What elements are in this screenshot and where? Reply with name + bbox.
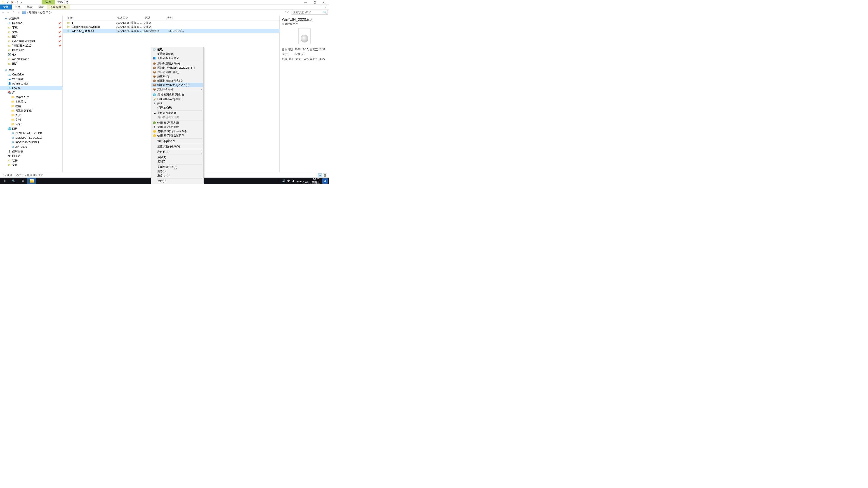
tree-item[interactable]: 🗀图片📌 (0, 34, 62, 39)
tree-item[interactable]: ★快速访问 (0, 16, 62, 21)
context-menu-item[interactable]: 删除(D) (151, 169, 203, 173)
tree-item[interactable]: 📁视频 (0, 104, 62, 108)
file-explorer-button[interactable] (27, 177, 36, 184)
file-list[interactable]: 名称 修改日期 类型 大小 🗀12020/12/15, 星期二 1...文件夹🗀… (63, 15, 279, 173)
breadcrumb-part[interactable]: 文档 (E:) (39, 11, 50, 14)
ribbon-expand-icon[interactable]: ˅ (319, 5, 323, 8)
tree-item[interactable]: 📁本机照片 (0, 99, 62, 104)
tree-item[interactable]: 📁天翼云盘下载 (0, 108, 62, 113)
context-menu-item[interactable]: 📦用360压缩打开(Q) (151, 70, 203, 74)
qat-folder-icon[interactable]: 🗀 (1, 0, 5, 4)
close-button[interactable]: ✕ (319, 0, 328, 4)
breadcrumb[interactable]: › 此电脑 › 文档 (E:) › ˅ ⟳ (21, 10, 291, 15)
tree-item[interactable]: ☁OneDrive (0, 72, 62, 77)
help-icon[interactable]: ? (323, 5, 328, 8)
minimize-button[interactable]: — (301, 0, 310, 4)
task-view-button[interactable]: ⧉ (18, 177, 27, 184)
column-name[interactable]: 名称 (66, 16, 116, 20)
qat-close-icon[interactable]: ✕ (10, 0, 14, 4)
context-menu-item[interactable]: 重命名(M) (151, 173, 203, 178)
tree-item[interactable]: 🗀文件 (0, 163, 62, 167)
context-menu-item[interactable]: ☁上传到百度网盘 (151, 111, 203, 115)
tree-item[interactable]: 📁文档 (0, 118, 62, 122)
tree-item[interactable]: 🗀文档📌 (0, 30, 62, 34)
tree-item[interactable]: 🗀软件 (0, 158, 62, 163)
context-menu-item[interactable]: 创建快捷方式(S) (151, 165, 203, 169)
ime-indicator[interactable]: 中 (287, 179, 290, 183)
volume-icon[interactable]: 🔊 (282, 180, 285, 183)
network-icon[interactable]: 🖧 (292, 180, 294, 183)
context-menu-item[interactable]: 发送到(N)› (151, 150, 203, 154)
tree-item[interactable]: 🖥DESKTOP-LSSOEDP (0, 131, 62, 135)
tree-item[interactable]: 🗀excel表格制作求和📌 (0, 39, 62, 43)
context-menu-item[interactable]: 📦解压到当前文件夹(X) (151, 78, 203, 83)
context-menu-item[interactable]: 💿装载 (151, 47, 203, 52)
file-row[interactable]: 💿Win7x64_2020.iso2020/12/25, 星期五 1...光盘映… (63, 29, 279, 33)
context-menu-item[interactable]: 📝Edit with Notepad++ (151, 97, 203, 101)
tab-view[interactable]: 查看 (35, 4, 47, 9)
start-button[interactable]: ⊞ (0, 177, 9, 184)
tree-item[interactable]: 🖥Desktop📌 (0, 21, 62, 25)
up-button[interactable]: ↑ (16, 10, 20, 14)
tree-item[interactable]: 🖥此电脑 (0, 86, 62, 90)
tree-item[interactable]: 🎛控制面板 (0, 149, 62, 154)
context-menu-item[interactable]: 🟡使用 360进行木马云查杀 (151, 129, 203, 133)
context-menu-item[interactable]: 还原以前的版本(V) (151, 144, 203, 149)
action-center-button[interactable]: 3 (322, 178, 328, 184)
tree-item[interactable]: 🖥ZMT2019 (0, 144, 62, 149)
column-type[interactable]: 类型 (143, 16, 165, 20)
view-icons-button[interactable]: ▦ (323, 173, 327, 177)
tree-item[interactable]: 🗀win7重装win7 (0, 57, 62, 61)
context-menu-item[interactable]: 📦解压到 Win7x64_2020\ (E) (151, 83, 203, 87)
qat-check-icon[interactable]: ✔ (5, 0, 10, 4)
context-menu-item[interactable]: 📦添加到压缩文件(A)... (151, 61, 203, 66)
tree-item[interactable]: 🌐网络 (0, 127, 62, 131)
chevron-down-icon[interactable]: ▾ (19, 0, 24, 4)
tree-item[interactable]: 👤Administrator (0, 81, 62, 86)
maximize-button[interactable]: ▢ (310, 0, 319, 4)
qat-undo-icon[interactable]: ↺ (14, 0, 19, 4)
contextual-tab[interactable]: 管理 (41, 0, 55, 4)
tab-disc-tool[interactable]: 光盘映像工具 (47, 4, 70, 9)
navigation-tree[interactable]: ★快速访问🖥Desktop📌🗀下载📌🗀文档📌🗀图片📌🗀excel表格制作求和📌🗀… (0, 15, 63, 173)
context-menu-item[interactable]: 🟢使用 360解除占用 (151, 121, 203, 125)
history-dropdown-icon[interactable]: ˅ (285, 11, 286, 14)
tree-item[interactable]: 📁图片 (0, 113, 62, 118)
context-menu-item[interactable]: 🗑使用 360强力删除 (151, 125, 203, 129)
refresh-icon[interactable]: ⟳ (287, 11, 289, 14)
search-input[interactable]: 搜索"文档 (E:)" 🔍 (291, 10, 328, 15)
context-menu-item[interactable]: 🟡使用 360管理右键菜单 (151, 133, 203, 138)
file-row[interactable]: 🗀BaiduNetdiskDownload2020/12/25, 星期五 1..… (63, 25, 279, 29)
context-menu-item[interactable]: 📘上传到有道云笔记 (151, 56, 203, 60)
context-menu-item[interactable]: 通过QQ发送到 (151, 139, 203, 143)
recent-locations-icon[interactable]: ˅ (11, 10, 16, 14)
tree-item[interactable]: 📚库 (0, 90, 62, 95)
context-menu-item[interactable]: 📦解压到(F)... (151, 74, 203, 78)
tab-home[interactable]: 主页 (12, 4, 24, 9)
search-icon[interactable]: 🔍 (323, 11, 327, 14)
column-date[interactable]: 修改日期 (116, 16, 143, 20)
tree-item[interactable]: 🖥桌面 (0, 68, 62, 72)
tree-item[interactable]: 📁音乐 (0, 122, 62, 127)
chevron-right-icon[interactable]: › (38, 11, 39, 14)
tree-item[interactable]: ☁WPS网盘 (0, 77, 62, 81)
context-menu-item[interactable]: 刻录光盘映像 (151, 52, 203, 56)
context-menu-item[interactable]: 📦添加到 "Win7x64_2020.zip" (T) (151, 66, 203, 70)
tab-file[interactable]: 文件 (0, 4, 12, 9)
chevron-right-icon[interactable]: › (27, 11, 28, 14)
context-menu-item[interactable]: 打开方式(H)› (151, 105, 203, 110)
context-menu-item[interactable]: 🌐用 蜂蜜浏览器 浏览(3) (151, 93, 203, 97)
context-menu-item[interactable]: 属性(R) (151, 179, 203, 183)
tray-show-hidden-icon[interactable]: ˄ (279, 180, 280, 183)
search-button[interactable]: 🔍 (9, 177, 18, 184)
system-tray[interactable]: ˄ 🔊 中 🖧 (279, 179, 294, 183)
clock[interactable]: 16:32 2020/12/25, 星期五 (296, 178, 320, 184)
breadcrumb-part[interactable]: 此电脑 (29, 11, 37, 14)
tree-item[interactable]: 🗀下载📌 (0, 25, 62, 30)
tree-item[interactable]: 🗀图片 (0, 61, 62, 66)
tree-item[interactable]: 💽G:\ (0, 53, 62, 57)
tree-item[interactable]: 🗀Bandicam (0, 48, 62, 53)
context-menu-item[interactable]: 剪切(T) (151, 155, 203, 160)
back-button[interactable]: ← (1, 10, 5, 14)
tree-item[interactable]: 🗑回收站 (0, 154, 62, 158)
